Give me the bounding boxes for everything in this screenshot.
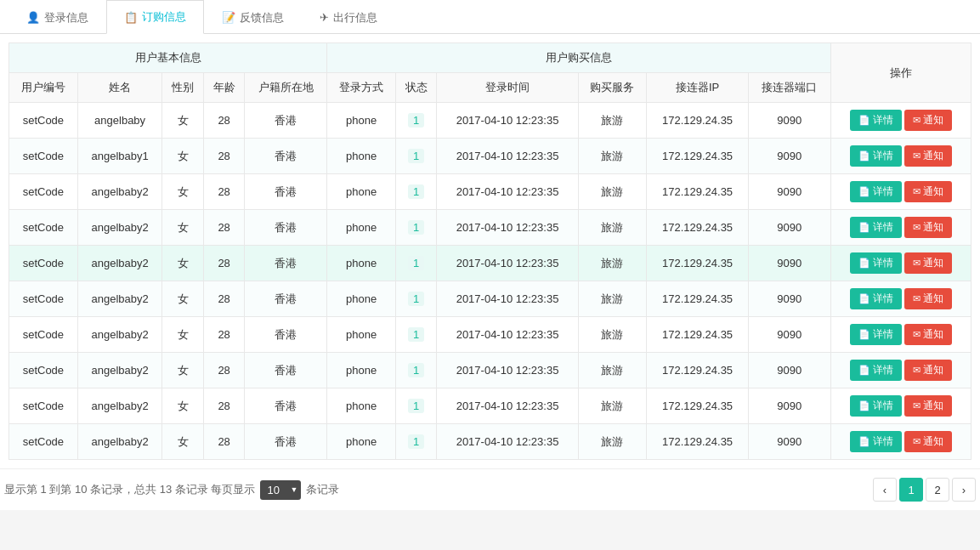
group-header-purchase: 用户购买信息 (327, 43, 830, 73)
page-size-wrapper[interactable]: 102050100 (260, 480, 301, 500)
cell-10: 9090 (748, 246, 830, 281)
tab-order[interactable]: 📋订购信息 (106, 0, 204, 34)
detail-label: 详情 (873, 363, 893, 377)
tab-travel[interactable]: ✈出行信息 (302, 0, 395, 34)
cell-7: 2017-04-10 12:23:35 (437, 281, 578, 317)
cell-2: 女 (162, 103, 203, 139)
col-header-1: 姓名 (77, 73, 162, 103)
notify-button[interactable]: ✉通知 (904, 431, 952, 452)
cell-3: 28 (203, 353, 244, 388)
cell-5: phone (327, 103, 396, 139)
detail-button[interactable]: 📄详情 (850, 288, 902, 309)
notify-button[interactable]: ✉通知 (904, 217, 952, 238)
tab-label-login: 登录信息 (44, 10, 88, 26)
cell-2: 女 (162, 424, 203, 460)
notify-icon: ✉ (913, 400, 921, 411)
detail-icon: 📄 (858, 400, 870, 411)
status-badge: 1 (408, 292, 424, 306)
table-row: setCodeangelbaby2女28香港phone12017-04-10 1… (9, 210, 972, 246)
detail-label: 详情 (873, 292, 893, 306)
cell-1: angelbaby2 (77, 353, 162, 388)
page-size-select[interactable]: 102050100 (260, 480, 301, 500)
notify-label: 通知 (923, 399, 943, 413)
cell-8: 旅游 (578, 210, 647, 246)
status-badge: 1 (408, 220, 424, 235)
notify-icon: ✉ (913, 258, 921, 269)
tab-login[interactable]: 👤登录信息 (8, 0, 106, 34)
detail-button[interactable]: 📄详情 (850, 431, 902, 452)
cell-2: 女 (162, 388, 203, 424)
table-row: setCodeangelbaby2女28香港phone12017-04-10 1… (9, 174, 972, 210)
notify-button[interactable]: ✉通知 (904, 252, 952, 274)
cell-7: 2017-04-10 12:23:35 (437, 103, 578, 139)
detail-button[interactable]: 📄详情 (850, 145, 902, 167)
detail-label: 详情 (873, 113, 893, 128)
cell-7: 2017-04-10 12:23:35 (437, 353, 578, 388)
page-button-2[interactable]: 2 (926, 478, 949, 502)
col-header-8: 购买服务 (578, 73, 647, 103)
footer-suffix: 条记录 (306, 482, 339, 497)
pagination: ‹12› (873, 478, 976, 502)
cell-5: phone (327, 246, 396, 281)
notify-button[interactable]: ✉通知 (904, 395, 952, 417)
cell-4: 香港 (245, 424, 327, 460)
cell-9: 172.129.24.35 (647, 353, 748, 388)
next-page-button[interactable]: › (952, 478, 976, 502)
cell-4: 香港 (245, 388, 327, 424)
tab-feedback[interactable]: 📝反馈信息 (204, 0, 302, 34)
cell-1: angelbaby2 (77, 281, 162, 317)
cell-3: 28 (203, 317, 244, 353)
footer-summary: 显示第 1 到第 10 条记录，总共 13 条记录 每页显示 (4, 482, 255, 497)
col-header-7: 登录时间 (437, 73, 578, 103)
cell-0: setCode (9, 317, 78, 353)
table-row: setCodeangelbaby2女28香港phone12017-04-10 1… (9, 281, 972, 317)
detail-icon: 📄 (858, 150, 870, 162)
cell-0: setCode (9, 174, 78, 210)
detail-button[interactable]: 📄详情 (850, 181, 902, 202)
cell-1: angelbaby2 (77, 424, 162, 460)
cell-5: phone (327, 353, 396, 388)
col-header-4: 户籍所在地 (245, 73, 327, 103)
cell-2: 女 (162, 281, 203, 317)
action-cell: 📄详情✉通知 (830, 281, 971, 317)
detail-button[interactable]: 📄详情 (850, 217, 902, 238)
cell-10: 9090 (748, 317, 830, 353)
cell-4: 香港 (245, 317, 327, 353)
cell-0: setCode (9, 388, 78, 424)
notify-button[interactable]: ✉通知 (904, 360, 952, 381)
table-row: setCodeangelbaby女28香港phone12017-04-10 12… (9, 103, 972, 139)
cell-9: 172.129.24.35 (647, 139, 748, 174)
detail-button[interactable]: 📄详情 (850, 110, 902, 131)
detail-icon: 📄 (858, 115, 870, 126)
cell-10: 9090 (748, 210, 830, 246)
detail-button[interactable]: 📄详情 (850, 360, 902, 381)
action-cell: 📄详情✉通知 (830, 210, 971, 246)
prev-page-button[interactable]: ‹ (873, 478, 897, 502)
notify-icon: ✉ (913, 293, 921, 304)
cell-10: 9090 (748, 174, 830, 210)
cell-9: 172.129.24.35 (647, 424, 748, 460)
cell-9: 172.129.24.35 (647, 246, 748, 281)
detail-button[interactable]: 📄详情 (850, 252, 902, 274)
cell-6: 1 (396, 103, 437, 139)
status-badge: 1 (408, 256, 424, 270)
status-badge: 1 (408, 113, 424, 128)
notify-button[interactable]: ✉通知 (904, 288, 952, 309)
detail-button[interactable]: 📄详情 (850, 395, 902, 417)
detail-label: 详情 (873, 149, 893, 163)
cell-0: setCode (9, 246, 78, 281)
notify-button[interactable]: ✉通知 (904, 110, 952, 131)
notify-button[interactable]: ✉通知 (904, 145, 952, 167)
cell-2: 女 (162, 210, 203, 246)
detail-button[interactable]: 📄详情 (850, 324, 902, 345)
cell-3: 28 (203, 281, 244, 317)
page-button-1[interactable]: 1 (899, 478, 923, 502)
notify-button[interactable]: ✉通知 (904, 181, 952, 202)
cell-7: 2017-04-10 12:23:35 (437, 424, 578, 460)
detail-icon: 📄 (858, 258, 870, 269)
cell-8: 旅游 (578, 246, 647, 281)
notify-button[interactable]: ✉通知 (904, 324, 952, 345)
notify-icon: ✉ (913, 150, 921, 162)
cell-1: angelbaby2 (77, 210, 162, 246)
cell-5: phone (327, 281, 396, 317)
